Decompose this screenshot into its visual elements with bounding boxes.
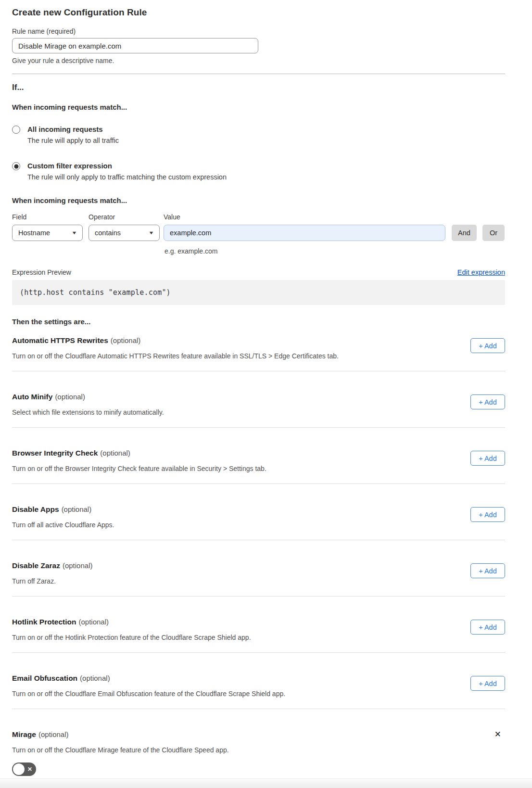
setting-optional-label: (optional) [55, 393, 85, 401]
rule-name-label: Rule name (required) [12, 27, 505, 35]
if-heading: If... [12, 83, 505, 92]
radio-label: All incoming requests [27, 125, 119, 134]
section-divider [12, 74, 505, 74]
then-settings-heading: Then the settings are... [12, 318, 505, 326]
close-icon[interactable]: ✕ [494, 730, 505, 738]
expression-preview-code: (http.host contains "example.com") [12, 280, 505, 305]
page-title: Create new Configuration Rule [12, 7, 505, 18]
radio-label: Custom filter expression [27, 162, 227, 170]
setting-optional-label: (optional) [63, 561, 93, 570]
create-configuration-rule-page: Create new Configuration Rule Rule name … [0, 0, 532, 788]
radio-description: The rule will apply to all traffic [27, 136, 119, 145]
add-setting-button[interactable]: + Add [470, 394, 505, 409]
radio-option-all-incoming[interactable]: All incoming requests The rule will appl… [12, 125, 505, 145]
setting-row-mirage: Mirage(optional) ✕ Turn on or off the Cl… [12, 709, 505, 776]
radio-button-icon[interactable] [12, 126, 20, 134]
toggle-off-icon: ✕ [27, 766, 32, 772]
setting-optional-label: (optional) [38, 730, 69, 738]
setting-name: Mirage [12, 730, 36, 738]
setting-name: Email Obfuscation [12, 674, 77, 682]
setting-row-email-obfuscation: Email Obfuscation(optional) Turn on or o… [12, 653, 505, 709]
setting-optional-label: (optional) [80, 674, 110, 682]
operator-select-value: contains [95, 229, 121, 237]
add-setting-button[interactable]: + Add [470, 676, 505, 691]
operator-select[interactable]: contains ▼ [89, 225, 160, 241]
builder-heading: When incoming requests match... [12, 196, 505, 204]
setting-name: Disable Apps [12, 505, 59, 513]
value-input[interactable] [164, 225, 445, 241]
settings-list: Automatic HTTPS Rewrites(optional) Turn … [12, 326, 505, 776]
add-setting-button[interactable]: + Add [470, 620, 505, 635]
setting-description: Turn on or off the Cloudflare Mirage fea… [12, 746, 505, 754]
setting-row-disable-zaraz: Disable Zaraz(optional) Turn off Zaraz. … [12, 540, 505, 597]
setting-name: Disable Zaraz [12, 561, 60, 570]
setting-description: Turn off all active Cloudflare Apps. [12, 521, 114, 529]
value-label: Value [164, 213, 180, 221]
radio-button-selected-icon[interactable] [12, 162, 20, 170]
rule-name-input[interactable] [12, 38, 258, 53]
field-select-value: Hostname [18, 229, 50, 237]
expression-preview-label: Expression Preview [12, 268, 71, 276]
setting-description: Turn off Zaraz. [12, 577, 92, 585]
footer-edge [0, 778, 532, 788]
chevron-down-icon: ▼ [148, 230, 154, 235]
setting-description: Turn on or off the Browser Integrity Che… [12, 465, 266, 473]
setting-optional-label: (optional) [111, 336, 141, 344]
setting-optional-label: (optional) [62, 505, 92, 513]
mirage-toggle[interactable]: ✕ [12, 763, 36, 776]
builder-column-labels: Field Operator Value [12, 213, 505, 220]
chevron-down-icon: ▼ [71, 230, 77, 235]
setting-name: Browser Integrity Check [12, 449, 98, 457]
setting-row-automatic-https-rewrites: Automatic HTTPS Rewrites(optional) Turn … [12, 326, 505, 371]
setting-row-auto-minify: Auto Minify(optional) Select which file … [12, 371, 505, 428]
setting-description: Turn on or off the Cloudflare Email Obfu… [12, 690, 285, 698]
setting-optional-label: (optional) [100, 449, 130, 457]
setting-description: Turn on or off the Hotlink Protection fe… [12, 634, 251, 642]
value-helper: e.g. example.com [165, 247, 505, 255]
field-select[interactable]: Hostname ▼ [12, 225, 83, 241]
match-heading: When incoming requests match... [12, 103, 505, 111]
expression-builder-row: Hostname ▼ contains ▼ And Or [12, 225, 505, 241]
toggle-knob [13, 763, 25, 775]
add-setting-button[interactable]: + Add [470, 507, 505, 522]
add-setting-button[interactable]: + Add [470, 563, 505, 578]
field-label: Field [12, 213, 26, 221]
setting-description: Turn on or off the Cloudflare Automatic … [12, 352, 339, 360]
setting-row-disable-apps: Disable Apps(optional) Turn off all acti… [12, 484, 505, 540]
setting-row-hotlink-protection: Hotlink Protection(optional) Turn on or … [12, 597, 505, 653]
rule-name-helper: Give your rule a descriptive name. [12, 57, 505, 64]
edit-expression-link[interactable]: Edit expression [457, 268, 505, 276]
add-setting-button[interactable]: + Add [470, 451, 505, 466]
setting-name: Auto Minify [12, 393, 52, 401]
setting-row-browser-integrity-check: Browser Integrity Check(optional) Turn o… [12, 428, 505, 484]
or-button[interactable]: Or [482, 225, 505, 241]
radio-option-custom-filter[interactable]: Custom filter expression The rule will o… [12, 162, 505, 181]
setting-description: Select which file extensions to minify a… [12, 408, 164, 417]
setting-name: Automatic HTTPS Rewrites [12, 336, 108, 344]
and-button[interactable]: And [452, 225, 477, 241]
setting-name: Hotlink Protection [12, 618, 76, 626]
radio-description: The rule will only apply to traffic matc… [27, 173, 227, 181]
add-setting-button[interactable]: + Add [470, 338, 505, 353]
setting-optional-label: (optional) [78, 618, 109, 626]
operator-label: Operator [89, 213, 115, 221]
